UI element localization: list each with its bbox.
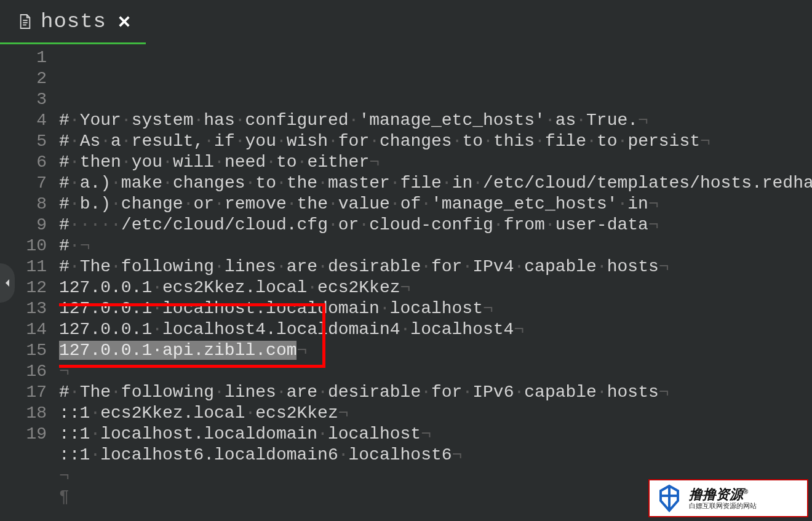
line-number: 16 (0, 361, 59, 382)
line-number: 4 (0, 110, 59, 131)
code-line[interactable]: 127.0.0.1·api.zibll.com¬ (59, 340, 812, 361)
editor: hosts 12345678910111213141516171819 #·Yo… (0, 0, 812, 521)
line-number: 17 (0, 382, 59, 403)
code-area[interactable]: 12345678910111213141516171819 #·Your·sys… (0, 44, 812, 521)
code-line[interactable]: ::1·localhost6.localdomain6·localhost6¬ (59, 445, 812, 466)
code-line[interactable]: #·As·a·result,·if·you·wish·for·changes·t… (59, 131, 812, 152)
code-line[interactable]: 127.0.0.1·localhost.localdomain·localhos… (59, 298, 812, 319)
code-line[interactable]: 127.0.0.1·ecs2Kkez.local·ecs2Kkez¬ (59, 277, 812, 298)
code-line[interactable]: #·a.)·make·changes·to·the·master·file·in… (59, 173, 812, 194)
code-line[interactable]: #·The·following·lines·are·desirable·for·… (59, 382, 812, 403)
line-number: 3 (0, 89, 59, 110)
line-number: 13 (0, 298, 59, 319)
code-line[interactable]: ::1·localhost.localdomain·localhost¬ (59, 424, 812, 445)
close-icon[interactable] (117, 15, 131, 28)
watermark-badge: 撸撸资源® 白嫖互联网资源的网站 (648, 479, 808, 517)
line-number: 6 (0, 152, 59, 173)
line-number: 2 (0, 68, 59, 89)
line-number: 7 (0, 173, 59, 194)
tab-bar: hosts (0, 0, 812, 44)
file-tab-hosts[interactable]: hosts (0, 0, 146, 44)
code-line[interactable]: 127.0.0.1·localhost4.localdomain4·localh… (59, 319, 812, 340)
watermark-text: 撸撸资源® 白嫖互联网资源的网站 (689, 487, 757, 509)
code-line[interactable]: #·then·you·will·need·to·either¬ (59, 152, 812, 173)
code-line[interactable]: #·b.)·change·or·remove·the·value·of·'man… (59, 194, 812, 215)
line-number: 14 (0, 319, 59, 340)
watermark-logo-icon (655, 483, 684, 513)
line-number: 9 (0, 215, 59, 236)
line-number: 8 (0, 194, 59, 215)
code-line[interactable]: #·····/etc/cloud/cloud.cfg·or·cloud-conf… (59, 215, 812, 236)
file-icon (18, 14, 32, 30)
tab-title: hosts (41, 10, 106, 33)
line-number: 18 (0, 403, 59, 424)
line-number: 1 (0, 47, 59, 68)
line-number: 5 (0, 131, 59, 152)
code-line[interactable]: #·The·following·lines·are·desirable·for·… (59, 257, 812, 277)
code-lines[interactable]: #·Your·system·has·configured·'manage_etc… (59, 44, 812, 521)
line-number: 19 (0, 424, 59, 445)
code-line[interactable]: ¬ (59, 361, 812, 382)
code-line[interactable]: #·¬ (59, 236, 812, 257)
code-line[interactable]: #·Your·system·has·configured·'manage_etc… (59, 110, 812, 131)
line-number: 10 (0, 236, 59, 257)
line-number: 15 (0, 340, 59, 361)
code-line[interactable]: ::1·ecs2Kkez.local·ecs2Kkez¬ (59, 403, 812, 424)
